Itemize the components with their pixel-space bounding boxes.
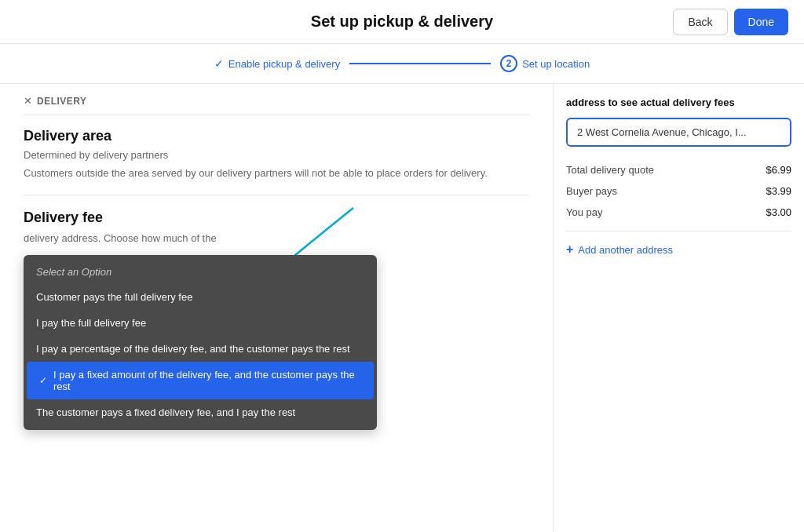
dropdown-option-4[interactable]: ✓ I pay a fixed amount of the delivery f… [27,362,374,399]
option-1-label: Customer pays the full delivery fee [36,291,192,303]
delivery-area-subtitle: Determined by delivery partners [24,149,529,161]
steps-bar: ✓ Enable pickup & delivery 2 Set up loca… [0,44,804,84]
step-1: ✓ Enable pickup & delivery [214,57,340,70]
step-2: 2 Set up location [500,55,590,72]
dropdown-option-1[interactable]: Customer pays the full delivery fee [24,284,377,310]
fee-row-you: You pay $3.00 [566,202,791,223]
delivery-fee-title: Delivery fee [24,210,529,226]
option-3-label: I pay a percentage of the delivery fee, … [36,343,350,355]
content-area: ✕ DELIVERY Delivery area Determined by d… [0,84,804,531]
total-label: Total delivery quote [566,164,654,176]
option-5-label: The customer pays a fixed delivery fee, … [36,406,295,418]
address-header: address to see actual delivery fees [566,97,791,108]
right-panel: address to see actual delivery fees Tota… [553,84,804,531]
buyer-label: Buyer pays [566,185,617,197]
you-value: $3.00 [766,206,791,218]
delivery-fee-description: delivery address. Choose how much of the [24,232,529,244]
step-line [349,63,491,64]
total-value: $6.99 [766,164,791,176]
selected-check-icon: ✓ [39,375,47,386]
option-4-label: I pay a fixed amount of the delivery fee… [53,369,361,392]
fee-row-total: Total delivery quote $6.99 [566,159,791,180]
delivery-area-section: Delivery area Determined by delivery par… [24,128,529,179]
step-2-number: 2 [500,55,517,72]
option-2-label: I pay the full delivery fee [36,317,146,329]
close-icon: ✕ [24,95,32,107]
delivery-area-description: Customers outside the area served by our… [24,167,529,179]
section-divider [24,195,529,195]
dropdown-placeholder: Select an Option [24,260,377,284]
plus-icon: + [566,242,573,257]
done-button[interactable]: Done [734,9,788,35]
page-title: Set up pickup & delivery [311,13,493,31]
dropdown-option-2[interactable]: I pay the full delivery fee [24,310,377,336]
section-tab: ✕ DELIVERY [24,84,529,115]
dropdown-option-3[interactable]: I pay a percentage of the delivery fee, … [24,336,377,362]
header-actions: Back Done [673,9,788,35]
back-button[interactable]: Back [673,9,727,35]
add-address-label: Add another address [578,244,673,256]
delivery-fee-section: Delivery fee delivery address. Choose ho… [24,210,529,426]
fee-summary: Total delivery quote $6.99 Buyer pays $3… [566,159,791,223]
you-label: You pay [566,206,603,218]
step-1-label: Enable pickup & delivery [228,58,340,70]
section-tab-label: DELIVERY [37,96,87,107]
fee-row-buyer: Buyer pays $3.99 [566,180,791,202]
step-2-label: Set up location [522,58,590,70]
page-header: Set up pickup & delivery Back Done [0,0,804,44]
delivery-area-title: Delivery area [24,128,529,144]
dropdown-option-5[interactable]: The customer pays a fixed delivery fee, … [24,399,377,425]
add-address-button[interactable]: + Add another address [566,231,791,257]
buyer-value: $3.99 [766,185,791,197]
dropdown-menu: Select an Option Customer pays the full … [24,255,377,430]
address-input[interactable] [566,118,791,147]
check-icon: ✓ [214,57,224,70]
main-panel: ✕ DELIVERY Delivery area Determined by d… [0,84,553,531]
